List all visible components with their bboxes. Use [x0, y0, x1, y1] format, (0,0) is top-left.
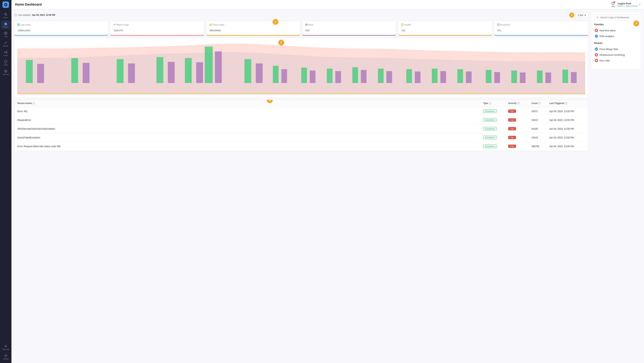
- alerts-num: 815: [306, 29, 310, 32]
- event-count: 40165: [532, 127, 549, 130]
- svg-rect-43: [432, 69, 438, 83]
- svg-rect-45: [458, 69, 463, 83]
- dashboard-item-infrastructure[interactable]: Infrastructure monitoring: [594, 52, 638, 58]
- last-updated: Last updated: Apr 04, 2023, 12:56 PM: [14, 14, 55, 16]
- alerts-label: Alerts: [308, 24, 314, 26]
- analytics-icon: [596, 35, 597, 37]
- force-merge-label: Force Merge Task: [600, 48, 618, 51]
- type-badge: Exceptions: [483, 136, 497, 139]
- alerts-value: 815: [305, 27, 393, 33]
- alerts-icon: [305, 24, 308, 26]
- dashboard-item-force-merge[interactable]: Force Merge Task: [594, 46, 638, 52]
- tutorial-badge-1: 1: [273, 19, 278, 25]
- table-row: Error: 401 Exceptions High 32971 Apr 04,…: [14, 107, 588, 116]
- svg-point-74: [597, 17, 598, 18]
- metrics-unit: UTS: [118, 29, 123, 32]
- svg-rect-18: [37, 64, 44, 83]
- right-panel: 4 Favorites Real time alerts: [591, 12, 641, 361]
- svg-point-1: [5, 13, 6, 15]
- logs-usage-label: Logs usage: [20, 24, 31, 26]
- svg-point-3: [4, 52, 5, 53]
- table-row: Error: Request failed with status code 5…: [14, 142, 588, 151]
- sidebar-item-traces[interactable]: Traces: [1, 49, 10, 58]
- help-label: Help: [611, 6, 615, 8]
- metrics-section: 1 Logs usage 158MLOGS: [14, 21, 588, 36]
- severity-info-icon[interactable]: i: [517, 102, 520, 105]
- table-row: RequestError Exceptions High 32613 Apr 0…: [14, 116, 588, 124]
- dashboard-search-input[interactable]: [600, 16, 636, 19]
- user-info: Logzio Prod Admin | Main account: [618, 2, 638, 7]
- sidebar-item-home[interactable]: Home: [1, 21, 10, 29]
- main-area: Home Dashboard Help Logzio Prod Admin |: [12, 0, 644, 363]
- recent-events-info-icon[interactable]: i: [32, 102, 35, 105]
- infrastructure-label: Infrastructure monitoring: [600, 54, 625, 56]
- notification-dot: [614, 1, 615, 3]
- right-panel-inner: 4 Favorites Real time alerts: [591, 12, 641, 69]
- infrastructure-icon: [595, 53, 598, 56]
- user-admin: Admin: [618, 5, 623, 7]
- metrics-usage-label: Metrics usage: [116, 24, 128, 26]
- svg-point-77: [596, 60, 597, 61]
- dashboard-item-osd-analytics[interactable]: OSD analytics: [594, 33, 638, 39]
- svg-point-4: [6, 51, 7, 52]
- favorites-section: Favorites Real time alerts OSD analytics: [594, 23, 638, 39]
- metric-card-traces: Traces usage 5MSPANS: [206, 21, 300, 36]
- dashboard-item-error-ratio[interactable]: Error ratio: [594, 58, 638, 63]
- sidebar-item-metrics[interactable]: Metrics: [1, 40, 10, 48]
- error-icon: [596, 60, 597, 61]
- refresh-icon: [14, 14, 17, 16]
- col-severity: Severity i: [508, 102, 532, 105]
- last-updated-value: Apr 04, 2023, 12:56 PM: [32, 14, 55, 16]
- severity-badge: High: [508, 110, 516, 113]
- metrics-num: 11M: [114, 29, 118, 32]
- logs-unit: LOGS: [24, 29, 30, 32]
- events-table: 3 Recent events i Type i Severity i Coun…: [14, 100, 588, 151]
- dashboard-item-real-time-alerts[interactable]: Real time alerts: [594, 28, 638, 33]
- svg-rect-27: [205, 47, 212, 83]
- event-triggered: Apr 04, 2023, 12:55 PM: [549, 127, 585, 130]
- svg-rect-46: [466, 71, 472, 83]
- severity-badge: High: [508, 136, 516, 139]
- tutorial-badge-4: 4: [634, 21, 639, 26]
- metrics-icon: [113, 24, 116, 26]
- osd-analytics-label: OSD analytics: [600, 35, 614, 38]
- user-dropdown[interactable]: Logzio Prod Admin | Main account ▾: [618, 2, 640, 7]
- app-logo: [2, 2, 9, 8]
- event-count: 268795: [532, 145, 549, 148]
- svg-rect-26: [196, 62, 203, 83]
- insights-num: 141: [402, 29, 405, 32]
- traces-usage-label: Traces usage: [212, 24, 224, 26]
- metric-card-exceptions: Exceptions 571: [494, 21, 588, 36]
- sidebar-item-k8s[interactable]: K8S 360: [1, 68, 10, 77]
- event-count: 32971: [532, 110, 549, 113]
- severity-badge: High: [508, 127, 516, 130]
- severity-badge: High: [508, 145, 516, 148]
- svg-rect-32: [282, 69, 287, 83]
- help-button[interactable]: Help: [611, 2, 615, 8]
- topbar-right: Help Logzio Prod Admin | Main account ▾: [611, 2, 640, 8]
- sidebar-item-settings[interactable]: Settings: [1, 352, 10, 361]
- traces-unit: SPANS: [213, 29, 221, 32]
- sidebar-item-logs[interactable]: Logs: [1, 30, 10, 39]
- real-time-alerts-label: Real time alerts: [600, 29, 616, 32]
- event-triggered: Apr 04, 2023, 12:55 PM: [549, 145, 585, 148]
- table-header: Recent events i Type i Severity i Count …: [14, 100, 588, 107]
- event-type: Exceptions: [483, 127, 508, 131]
- sidebar-item-search[interactable]: Search: [1, 11, 10, 20]
- event-triggered: Apr 04, 2023, 12:55 PM: [549, 136, 585, 139]
- svg-rect-29: [244, 59, 251, 83]
- time-filter[interactable]: 2 hrs ▾: [576, 13, 588, 17]
- metric-card-insights: Insights 141: [398, 21, 492, 36]
- metric-label-logs: Logs usage: [17, 24, 105, 26]
- triggered-info-icon[interactable]: i: [565, 102, 568, 105]
- type-info-icon[interactable]: i: [489, 102, 491, 105]
- svg-rect-36: [335, 71, 341, 83]
- sidebar-item-siem[interactable]: SIEM: [1, 59, 10, 67]
- sidebar-item-metrics-label: Metrics: [3, 45, 8, 47]
- sidebar-item-datahub[interactable]: Data Hub: [1, 343, 10, 352]
- search-box[interactable]: [594, 15, 638, 21]
- metric-cards: Logs usage 158MLOGS Metrics usage 11MUTS: [14, 21, 588, 36]
- traces-num: 5M: [210, 29, 213, 32]
- count-info-icon[interactable]: i: [538, 102, 541, 105]
- col-count: Count i: [532, 102, 549, 105]
